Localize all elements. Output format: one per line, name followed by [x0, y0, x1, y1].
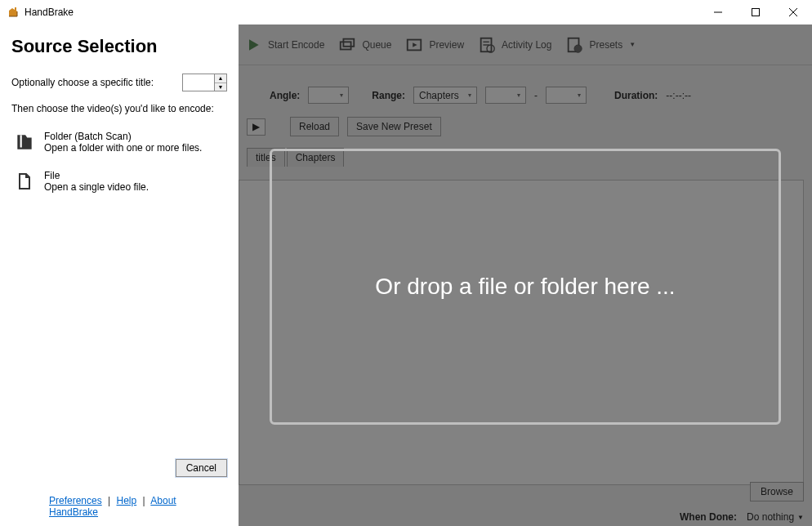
- source-option-file-desc: Open a single video file.: [44, 181, 149, 193]
- source-selection-heading: Source Selection: [11, 36, 227, 57]
- svg-rect-4: [20, 135, 22, 147]
- source-option-file[interactable]: File Open a single video file.: [11, 165, 227, 198]
- app-icon: [7, 6, 20, 19]
- drop-zone[interactable]: Or drop a file or folder here ...: [270, 149, 781, 425]
- main-app-area: Start Encode Queue Preview Activity Log …: [239, 25, 812, 526]
- source-option-folder[interactable]: Folder (Batch Scan) Open a folder with o…: [11, 126, 227, 158]
- specific-title-spinner[interactable]: ▲ ▼: [182, 74, 227, 91]
- help-link[interactable]: Help: [117, 495, 137, 506]
- specific-title-label: Optionally choose a specific title:: [11, 77, 154, 88]
- specific-title-input[interactable]: [183, 74, 214, 91]
- window-maximize-button[interactable]: [737, 0, 774, 25]
- source-option-file-title: File: [44, 170, 149, 181]
- folder-icon: [13, 131, 36, 154]
- source-option-folder-desc: Open a folder with one or more files.: [44, 142, 202, 154]
- preferences-link[interactable]: Preferences: [49, 495, 102, 506]
- file-icon: [13, 170, 36, 193]
- cancel-button[interactable]: Cancel: [176, 459, 227, 477]
- spinner-up-button[interactable]: ▲: [215, 74, 226, 82]
- titlebar: HandBrake: [0, 0, 812, 25]
- source-selection-panel: Source Selection Optionally choose a spe…: [0, 25, 239, 526]
- choose-videos-label: Then choose the video(s) you'd like to e…: [11, 103, 227, 114]
- footer-links: Preferences | Help | About HandBrake: [11, 492, 227, 519]
- window-minimize-button[interactable]: [699, 0, 737, 25]
- spinner-down-button[interactable]: ▼: [215, 82, 226, 91]
- window-close-button[interactable]: [774, 0, 812, 25]
- svg-rect-1: [752, 9, 760, 16]
- source-option-folder-title: Folder (Batch Scan): [44, 131, 202, 142]
- drop-zone-message: Or drop a file or folder here ...: [375, 274, 675, 300]
- window-title: HandBrake: [25, 7, 74, 18]
